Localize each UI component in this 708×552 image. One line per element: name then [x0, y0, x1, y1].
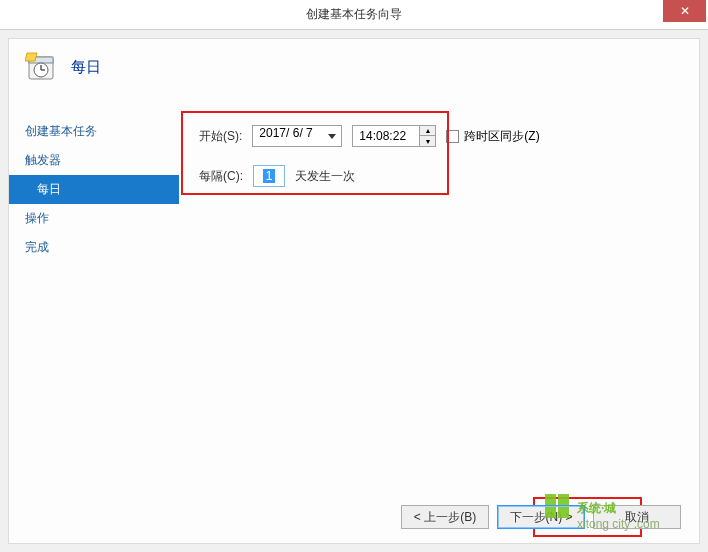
recur-suffix: 天发生一次 [295, 168, 355, 185]
checkbox-icon [446, 130, 459, 143]
content-area: 创建基本任务 触发器 每日 操作 完成 开始(S): 2017/ 6/ 7 14… [9, 117, 699, 493]
close-icon: ✕ [680, 4, 690, 18]
form-panel: 开始(S): 2017/ 6/ 7 14:08:22 ▲ ▼ 跨时区同步(Z) [179, 117, 699, 493]
svg-rect-8 [545, 507, 556, 518]
sidebar-item-finish[interactable]: 完成 [9, 233, 179, 262]
recur-days-input[interactable]: 1 [253, 165, 285, 187]
svg-rect-9 [558, 507, 569, 518]
sidebar-item-create-task[interactable]: 创建基本任务 [9, 117, 179, 146]
time-spinner-down[interactable]: ▼ [420, 136, 435, 146]
window-title: 创建基本任务向导 [0, 6, 708, 23]
svg-rect-6 [545, 494, 556, 505]
svg-rect-7 [558, 494, 569, 505]
watermark-text-main: 系统·城 [576, 501, 616, 515]
start-row: 开始(S): 2017/ 6/ 7 14:08:22 ▲ ▼ 跨时区同步(Z) [199, 125, 679, 147]
titlebar: 创建基本任务向导 ✕ [0, 0, 708, 30]
sidebar-item-daily[interactable]: 每日 [9, 175, 179, 204]
sidebar-item-trigger[interactable]: 触发器 [9, 146, 179, 175]
sync-timezone-label: 跨时区同步(Z) [464, 128, 539, 145]
wizard-step-title: 每日 [71, 58, 101, 77]
time-spinner-buttons: ▲ ▼ [419, 126, 435, 146]
recur-row: 每隔(C): 1 天发生一次 [199, 165, 679, 187]
watermark-text-url: xitong city .com [577, 517, 660, 531]
back-button[interactable]: < 上一步(B) [401, 505, 489, 529]
recur-label: 每隔(C): [199, 168, 243, 185]
start-date-picker[interactable]: 2017/ 6/ 7 [252, 125, 342, 147]
svg-marker-5 [25, 53, 37, 61]
start-date-value: 2017/ 6/ 7 [259, 126, 312, 140]
window-body: 每日 创建基本任务 触发器 每日 操作 完成 开始(S): 2017/ 6/ 7 [0, 30, 708, 552]
start-time-value: 14:08:22 [353, 129, 419, 143]
wizard-panel: 每日 创建基本任务 触发器 每日 操作 完成 开始(S): 2017/ 6/ 7 [8, 38, 700, 544]
time-spinner-up[interactable]: ▲ [420, 126, 435, 136]
watermark-logo: 系统·城 xitong city .com [541, 490, 691, 537]
close-button[interactable]: ✕ [663, 0, 706, 22]
start-time-spinner[interactable]: 14:08:22 ▲ ▼ [352, 125, 436, 147]
wizard-header: 每日 [9, 39, 699, 103]
sidebar-item-action[interactable]: 操作 [9, 204, 179, 233]
recur-days-value: 1 [263, 169, 276, 183]
start-label: 开始(S): [199, 128, 242, 145]
sync-timezone-checkbox[interactable]: 跨时区同步(Z) [446, 128, 539, 145]
wizard-sidebar: 创建基本任务 触发器 每日 操作 完成 [9, 117, 179, 493]
task-scheduler-icon [25, 51, 57, 83]
